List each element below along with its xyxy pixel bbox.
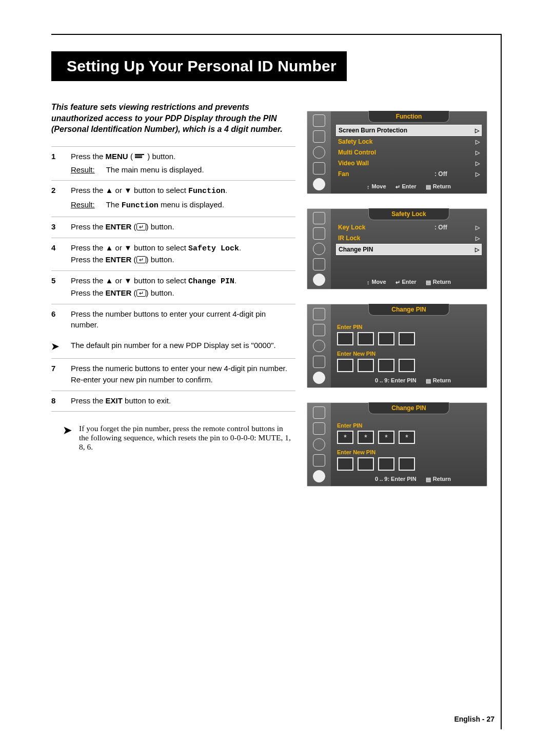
enter-icon: ↵ [136,289,146,297]
sidebar-icon [313,227,325,240]
sidebar-icon-selected [313,372,325,384]
enter-pin-label: Enter PIN [337,422,481,429]
osd-sidebar [307,111,331,193]
sidebar-icon [313,454,325,467]
osd-items: Key Lock: Off▷ IR Lock▷ Change PIN▷ [331,220,487,276]
enter-new-pin-label: Enter New PIN [337,351,481,357]
sidebar-icon [313,438,325,451]
osd-title: Function [368,111,449,123]
step-2: 2 Press the ▲ or ▼ button to select Func… [51,181,295,217]
osd-footer: 0 .. 9: Enter PIN Return [331,374,487,387]
enter-pin-cells [337,332,481,345]
steps-list: 1 Press the MENU ( ) button. Result: The… [51,146,295,412]
enter-hint: Enter [395,279,417,286]
osd-sidebar [307,403,331,486]
sidebar-icon [313,114,325,127]
pin-cell [378,457,394,471]
pin-cell [378,332,394,345]
enter-pin-label: Enter PIN [337,324,481,330]
pin-cell: * [399,431,415,444]
chevron-right-icon: ▷ [476,171,480,178]
pin-cell [358,457,374,471]
page-number: English - 27 [454,715,494,723]
step-3: 3 Press the ENTER (↵) button. [51,217,295,238]
step-1: 1 Press the MENU ( ) button. Result: The… [51,147,295,181]
osd-item-selected: Change PIN▷ [336,244,482,255]
osd-item-selected: Screen Burn Protection▷ [336,125,482,136]
pin-cell [358,359,374,372]
sidebar-icon [313,422,325,435]
osd-function: Function Screen Burn Protection▷ Safety … [307,111,487,194]
osd-title: Change PIN [368,402,449,414]
osd-safety-lock: Safety Lock Key Lock: Off▷ IR Lock▷ Chan… [307,208,487,289]
step-8: 8 Press the EXIT button to exit. [51,391,295,412]
sidebar-icon [313,406,325,419]
step-5: 5 Press the ▲ or ▼ button to select Chan… [51,271,295,304]
step-number: 1 [51,151,62,176]
osd-item: Fan: Off▷ [336,169,482,179]
osd-title: Change PIN [368,304,449,316]
osd-sidebar [307,209,331,289]
sidebar-icon [313,212,325,224]
pin-cell [358,332,374,345]
document-page: Setting Up Your Personal ID Number This … [0,0,554,756]
move-hint: Move [367,279,386,286]
step-4: 4 Press the ▲ or ▼ button to select Safe… [51,238,295,272]
note-arrow-icon: ➤ [51,340,64,353]
chevron-right-icon: ▷ [476,224,480,231]
pin-cell [399,457,415,471]
chevron-right-icon: ▷ [476,235,480,242]
pin-cell: * [378,431,394,444]
sidebar-icon [313,356,325,368]
chevron-right-icon: ▷ [476,160,480,167]
sidebar-icon-selected [313,470,325,482]
enter-pin-cells: * * * * [337,431,481,444]
pin-cell [399,359,415,372]
page-title: Setting Up Your Personal ID Number [67,57,338,75]
osd-item: Key Lock: Off▷ [336,222,482,232]
intro-text: This feature sets viewing restrictions a… [51,102,295,135]
content-column: This feature sets viewing restrictions a… [51,98,295,452]
return-hint: Return [426,183,451,190]
osd-item: Video Wall▷ [336,158,482,168]
return-hint: Return [426,377,451,384]
chevron-right-icon: ▷ [475,127,479,134]
tail-note: ➤ If you forget the pin number, press th… [51,424,295,452]
pin-cell [399,332,415,345]
osd-change-pin-empty: Change PIN Enter PIN Enter New PIN [307,304,487,388]
enter-new-pin-label: Enter New PIN [337,449,481,455]
osd-footer: Move Enter Return [331,180,487,193]
pin-cell: * [337,431,353,444]
osd-item: IR Lock▷ [336,233,482,243]
numeric-hint: 0 .. 9: Enter PIN [367,377,417,384]
osd-column: Function Screen Burn Protection▷ Safety … [307,111,487,487]
pin-cell [337,359,353,372]
pin-cell [337,332,353,345]
chevron-right-icon: ▷ [476,149,480,156]
sidebar-icon [313,146,325,159]
step-6-note: ➤ The default pin number for a new PDP D… [51,336,295,359]
enter-hint: Enter [395,183,417,190]
osd-change-pin-filled: Change PIN Enter PIN * * * * Enter New P… [307,402,487,487]
sidebar-icon-selected [313,274,325,286]
sidebar-icon [313,130,325,143]
return-hint: Return [426,476,451,483]
sidebar-icon [313,324,325,336]
enter-new-pin-cells [337,359,481,372]
enter-icon: ↵ [136,256,146,263]
sidebar-icon [313,340,325,352]
return-hint: Return [426,279,451,286]
chevron-right-icon: ▷ [475,246,479,253]
sidebar-icon [313,308,325,320]
move-hint: Move [367,183,386,190]
osd-sidebar [307,304,331,387]
note-arrow-icon: ➤ [51,424,72,452]
osd-item: Safety Lock▷ [336,137,482,147]
step-6: 6 Press the number buttons to enter your… [51,304,295,336]
osd-title: Safety Lock [368,208,449,220]
menu-icon [135,153,145,160]
pin-cell: * [358,431,374,444]
osd-footer: 0 .. 9: Enter PIN Return [331,473,487,486]
enter-new-pin-cells [337,457,481,471]
enter-icon: ↵ [136,223,146,230]
